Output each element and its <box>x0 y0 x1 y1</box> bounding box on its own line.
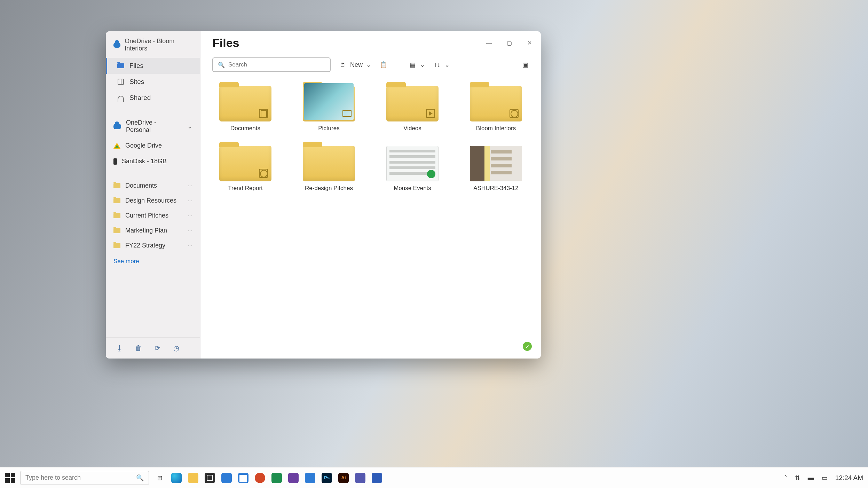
sidebar-item-shared[interactable]: Shared <box>106 90 200 106</box>
tray-action-center-icon[interactable]: ▭ <box>822 474 828 482</box>
taskbar-app-explorer[interactable] <box>187 472 199 484</box>
visual-studio-icon <box>288 473 299 483</box>
folder-pictures[interactable]: Pictures <box>296 86 362 132</box>
tray-battery-icon[interactable]: ▬ <box>808 474 814 481</box>
item-label: Mouse Events <box>394 185 431 192</box>
folder-icon <box>113 183 120 188</box>
sidebar-item-sites[interactable]: Sites <box>106 74 200 90</box>
search-input[interactable] <box>228 61 325 68</box>
shared-icon <box>118 96 124 102</box>
nav-label: Shared <box>129 94 151 102</box>
account-label: Google Drive <box>125 142 162 149</box>
minimize-button[interactable]: — <box>484 38 494 48</box>
pinned-fy22-strategy[interactable]: FY22 Strategy ⋯ <box>106 238 200 253</box>
shared-badge-icon <box>510 109 519 118</box>
pin-icon: ⋯ <box>188 183 192 189</box>
close-button[interactable]: ✕ <box>524 38 535 48</box>
folder-trend-report[interactable]: Trend Report <box>212 146 278 192</box>
account-header[interactable]: OneDrive - Bloom Interiors <box>106 31 200 57</box>
tray-chevron-icon[interactable]: ˄ <box>784 474 787 482</box>
folder-icon <box>117 63 124 68</box>
taskbar-search-input[interactable] <box>25 474 133 481</box>
photos-icon <box>305 473 315 483</box>
file-mouse-events[interactable]: Mouse Events <box>379 146 445 192</box>
downloads-icon[interactable]: ⭳ <box>116 344 124 352</box>
documents-badge-icon <box>259 109 268 118</box>
folder-bloom-interiors[interactable]: Bloom Interiors <box>463 86 529 132</box>
page-title: Files <box>212 36 239 50</box>
pin-icon: ⋯ <box>188 243 192 249</box>
taskbar-clock[interactable]: 12:24 AM <box>835 474 863 482</box>
task-view-button[interactable]: ⊞ <box>154 472 166 484</box>
sidebar-accounts: OneDrive - Personal ⌄ Google Drive SanDi… <box>106 115 200 169</box>
folder-redesign-pitches[interactable]: Re-design Pitches <box>296 146 362 192</box>
sort-button[interactable]: ↑↓ ⌄ <box>433 61 450 69</box>
taskbar-app-teams[interactable] <box>354 472 366 484</box>
account-title: OneDrive - Bloom Interiors <box>125 38 192 52</box>
pinned-documents[interactable]: Documents ⋯ <box>106 178 200 193</box>
folder-videos[interactable]: Videos <box>379 86 445 132</box>
folder-icon <box>113 198 120 203</box>
pin-icon: ⋯ <box>188 213 192 219</box>
see-more-link[interactable]: See more <box>106 253 200 270</box>
document-thumbnail <box>386 146 439 181</box>
account-google-drive[interactable]: Google Drive <box>106 138 200 154</box>
recycle-bin-icon[interactable]: 🗑 <box>134 344 143 352</box>
window-controls: — ▢ ✕ <box>484 38 535 48</box>
toolbar-divider <box>398 60 398 70</box>
search-box[interactable]: 🔍 <box>212 57 331 72</box>
taskbar-app-edge[interactable] <box>171 472 182 484</box>
folder-icon <box>470 86 522 121</box>
file-ashure-image[interactable]: ASHURE-343-12 <box>463 146 529 192</box>
illustrator-icon: Ai <box>338 473 349 483</box>
powerpoint-icon <box>255 473 265 483</box>
new-button[interactable]: 🗎 New ⌄ <box>339 61 371 69</box>
taskbar-search[interactable]: 🔍 <box>20 471 149 485</box>
folder-icon <box>113 213 120 218</box>
taskbar-app-mail[interactable] <box>221 472 232 484</box>
onedrive-icon <box>113 42 120 48</box>
pinned-label: Marketing Plan <box>125 227 167 234</box>
details-pane-button[interactable]: ▣ <box>521 61 529 69</box>
excel-icon <box>271 473 282 483</box>
taskbar-app-excel[interactable] <box>271 472 283 484</box>
file-explorer-icon <box>188 473 198 483</box>
sync-status-icon[interactable]: ⟳ <box>153 344 161 352</box>
item-label: Videos <box>403 125 421 132</box>
sidebar-item-files[interactable]: Files <box>106 58 200 74</box>
taskbar-app-powerpoint[interactable] <box>254 472 266 484</box>
store-icon <box>205 473 215 483</box>
tray-network-icon[interactable]: ⇅ <box>795 474 800 482</box>
maximize-button[interactable]: ▢ <box>504 38 514 48</box>
usb-drive-icon <box>113 158 117 165</box>
pinned-design-resources[interactable]: Design Resources ⋯ <box>106 193 200 208</box>
pictures-badge-icon <box>342 109 352 118</box>
account-onedrive-personal[interactable]: OneDrive - Personal ⌄ <box>106 115 200 138</box>
start-button[interactable] <box>5 473 15 483</box>
taskbar-app-calendar[interactable] <box>237 472 249 484</box>
taskbar-app-word[interactable] <box>371 472 383 484</box>
item-label: Documents <box>230 125 260 132</box>
pinned-current-pitches[interactable]: Current Pitches ⋯ <box>106 208 200 223</box>
mail-icon <box>221 473 232 483</box>
see-more-label: See more <box>113 258 139 265</box>
account-label: SanDisk - 18GB <box>122 158 167 165</box>
folder-documents[interactable]: Documents <box>212 86 278 132</box>
pinned-label: FY22 Strategy <box>125 242 165 249</box>
taskbar-app-photoshop[interactable]: Ps <box>321 472 333 484</box>
taskbar-app-store[interactable] <box>204 472 216 484</box>
account-sandisk[interactable]: SanDisk - 18GB <box>106 154 200 169</box>
taskbar-app-illustrator[interactable]: Ai <box>338 472 349 484</box>
paste-button[interactable]: 📋 <box>380 61 387 69</box>
taskbar-app-photos[interactable] <box>304 472 316 484</box>
sync-status-badge[interactable]: ✓ <box>523 342 532 351</box>
settings-icon[interactable]: ◷ <box>172 344 180 352</box>
main-pane: Files — ▢ ✕ 🔍 🗎 New ⌄ 📋 ▦ ⌄ <box>200 31 541 359</box>
view-button[interactable]: ▦ ⌄ <box>409 61 425 69</box>
sidebar-bottom-actions: ⭳ 🗑 ⟳ ◷ <box>106 337 200 359</box>
file-grid: Documents Pictures Videos Bloom Interior… <box>200 76 541 202</box>
pin-icon: ⋯ <box>188 198 192 204</box>
pinned-label: Design Resources <box>125 197 176 204</box>
taskbar-app-visualstudio[interactable] <box>287 472 299 484</box>
pinned-marketing-plan[interactable]: Marketing Plan ⋯ <box>106 223 200 238</box>
